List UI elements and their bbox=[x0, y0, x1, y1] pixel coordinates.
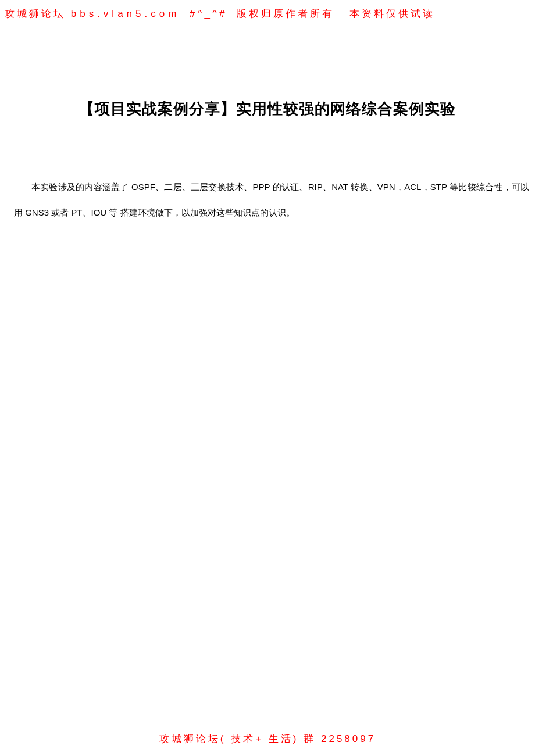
watermark-forum-name: 攻城狮论坛 bbox=[5, 8, 66, 19]
document-title: 【项目实战案例分享】实用性较强的网络综合案例实验 bbox=[0, 99, 535, 119]
watermark-note: 本资料仅供试读 bbox=[349, 8, 435, 19]
document-paragraph: 本实验涉及的内容涵盖了 OSPF、二层、三层交换技术、PPP 的认证、RIP、N… bbox=[14, 174, 529, 225]
watermark-rights: 版权归原作者所有 bbox=[237, 8, 334, 19]
watermark-footer: 攻城狮论坛( 技术+ 生活) 群 2258097 bbox=[0, 732, 535, 746]
watermark-site-url: bbs.vlan5.com bbox=[71, 8, 180, 19]
watermark-decoration: #^_^# bbox=[190, 8, 227, 19]
watermark-header: 攻城狮论坛 bbs.vlan5.com #^_^# 版权归原作者所有 本资料仅供… bbox=[0, 7, 535, 20]
